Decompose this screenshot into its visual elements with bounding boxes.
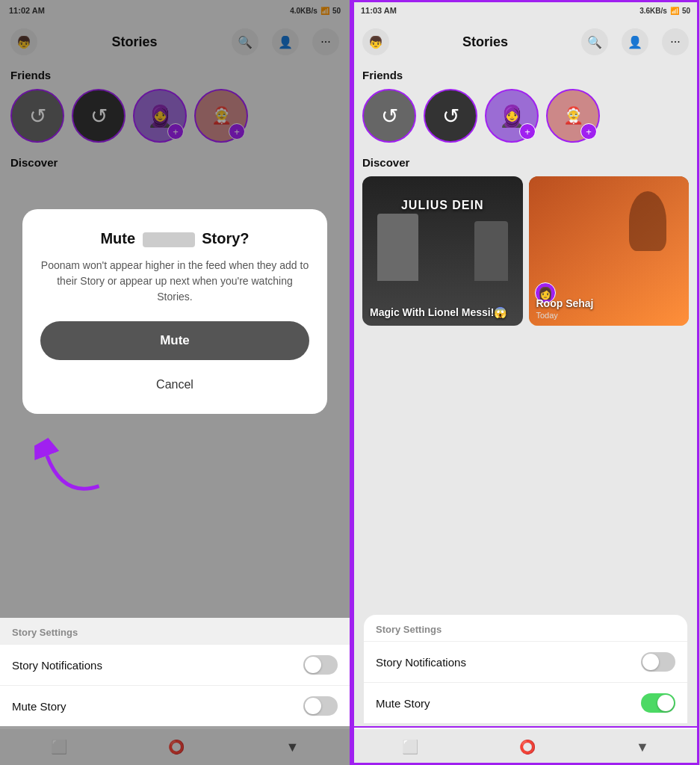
right-friend-3[interactable]: 🧕 + xyxy=(485,89,539,143)
right-mute-knob xyxy=(657,695,674,711)
left-settings-sheet: Story Settings Story Notifications Mute … xyxy=(0,618,350,726)
right-status-right: 3.6KB/s 📶 50 xyxy=(639,7,690,15)
blurred-name xyxy=(143,232,195,247)
right-friend-4[interactable]: 🤶 + xyxy=(546,89,600,143)
right-title: Stories xyxy=(462,34,508,50)
right-notifications-toggle[interactable] xyxy=(641,652,675,672)
right-friend-1[interactable]: ↺ xyxy=(362,89,416,143)
right-discover-card-2[interactable]: 👩 Roop Sehaj Today xyxy=(529,176,690,326)
right-mute-toggle[interactable] xyxy=(641,693,675,713)
left-settings-header: Story Settings xyxy=(0,618,350,644)
right-status-bar: 11:03 AM 3.6KB/s 📶 50 xyxy=(352,0,699,21)
right-top-nav: 👦 Stories 🔍 👤 ··· xyxy=(352,21,699,63)
left-mute-label: Mute Story xyxy=(12,700,66,713)
left-notifications-label: Story Notifications xyxy=(12,659,102,672)
right-more-icon[interactable]: ··· xyxy=(662,28,689,55)
right-bottom-nav: ⬜ ⭕ ▼ xyxy=(352,729,699,765)
mute-confirm-button[interactable]: Mute xyxy=(40,321,309,360)
right-settings-sheet: Story Settings Story Notifications Mute … xyxy=(364,615,687,723)
left-panel: 11:02 AM 4.0KB/s 📶 50 👦 Stories 🔍 👤 ··· … xyxy=(0,0,350,765)
right-avatar[interactable]: 👦 xyxy=(362,28,389,55)
left-notifications-row: Story Notifications xyxy=(0,644,350,685)
right-nav-circle[interactable]: ⭕ xyxy=(519,739,536,755)
right-friend-3-badge: + xyxy=(519,123,536,140)
left-mute-toggle[interactable] xyxy=(303,696,338,716)
left-notifications-toggle[interactable] xyxy=(303,655,338,675)
mute-dialog-description: Poonam won't appear higher in the feed w… xyxy=(40,258,309,305)
right-friends-label: Friends xyxy=(352,63,699,86)
right-panel: 11:03 AM 3.6KB/s 📶 50 👦 Stories 🔍 👤 ··· … xyxy=(350,0,699,765)
mute-cancel-button[interactable]: Cancel xyxy=(40,371,309,399)
mute-dialog: Mute Story? Poonam won't appear higher i… xyxy=(22,209,327,414)
left-mute-row: Mute Story xyxy=(0,685,350,726)
julius-card-title: Magic With Lionel Messi!😱 xyxy=(370,306,507,318)
roop-card-title: Roop Sehaj xyxy=(536,297,594,309)
right-battery: 50 xyxy=(682,7,690,15)
right-nav-square[interactable]: ⬜ xyxy=(402,739,418,755)
right-discover-card-1[interactable]: JULIUS DEIN Magic With Lionel Messi!😱 xyxy=(362,176,523,326)
right-mute-label: Mute Story xyxy=(376,697,430,710)
right-action-icons: 🔍 👤 ··· xyxy=(581,28,689,55)
right-notifications-row: Story Notifications xyxy=(364,641,687,682)
right-signal-icon: 📶 xyxy=(670,7,679,15)
right-title-area: Stories xyxy=(462,34,508,50)
julius-label: JULIUS DEIN xyxy=(401,199,484,212)
roop-card-subtitle: Today xyxy=(536,311,558,320)
right-time: 11:03 AM xyxy=(361,6,397,15)
right-mute-row: Mute Story xyxy=(364,682,687,723)
left-notifications-knob xyxy=(305,657,321,673)
right-friends-row: ↺ ↺ 🧕 + 🤶 + xyxy=(352,86,699,150)
mute-dialog-title: Mute Story? xyxy=(40,230,309,247)
right-discover-label: Discover xyxy=(352,150,699,173)
right-friend-4-badge: + xyxy=(580,123,597,140)
right-add-friend-icon[interactable]: 👤 xyxy=(622,28,648,55)
left-mute-knob xyxy=(305,698,321,714)
julius-bg: JULIUS DEIN xyxy=(362,176,523,326)
right-search-icon[interactable]: 🔍 xyxy=(581,28,608,55)
right-discover-row: JULIUS DEIN Magic With Lionel Messi!😱 👩 … xyxy=(352,173,699,329)
right-notifications-knob xyxy=(642,654,659,670)
right-network: 3.6KB/s xyxy=(639,7,667,15)
right-settings-header: Story Settings xyxy=(364,615,687,641)
right-nav-triangle[interactable]: ▼ xyxy=(636,740,649,755)
right-notifications-label: Story Notifications xyxy=(376,656,466,669)
right-friend-2[interactable]: ↺ xyxy=(424,89,477,143)
